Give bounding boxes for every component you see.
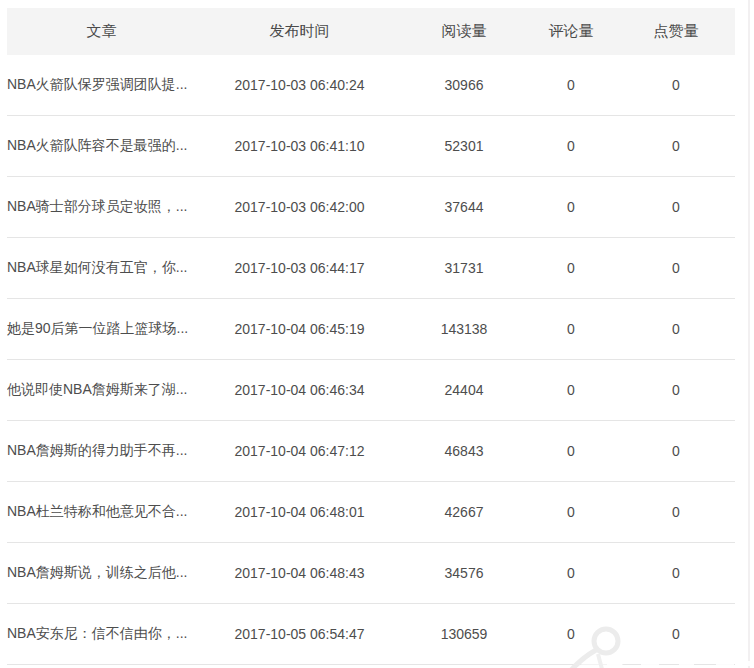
cell-comments: 0 (525, 55, 617, 116)
cell-title[interactable]: NBA杜兰特称和他意见不合... (7, 482, 196, 543)
cell-title[interactable]: NBA火箭队保罗强调团队提... (7, 55, 196, 116)
cell-comments: 0 (525, 604, 617, 665)
cell-likes: 0 (617, 543, 735, 604)
cell-likes: 0 (617, 299, 735, 360)
cell-publish_time: 2017-10-05 06:54:47 (196, 604, 403, 665)
cell-likes: 0 (617, 360, 735, 421)
cell-publish_time: 2017-10-03 06:42:00 (196, 177, 403, 238)
cell-likes: 0 (617, 421, 735, 482)
cell-likes: 0 (617, 238, 735, 299)
cell-title[interactable]: NBA骑士部分球员定妆照，... (7, 177, 196, 238)
articles-stats-table: 文章发布时间阅读量评论量点赞量 NBA火箭队保罗强调团队提...2017-10-… (7, 8, 735, 665)
cell-publish_time: 2017-10-04 06:48:01 (196, 482, 403, 543)
cell-title[interactable]: NBA火箭队阵容不是最强的... (7, 116, 196, 177)
cell-title[interactable]: 她是90后第一位踏上篮球场... (7, 299, 196, 360)
cell-publish_time: 2017-10-04 06:48:43 (196, 543, 403, 604)
cell-likes: 0 (617, 177, 735, 238)
cell-likes: 0 (617, 55, 735, 116)
column-header-publish_time: 发布时间 (196, 8, 403, 55)
cell-comments: 0 (525, 116, 617, 177)
table-row: NBA火箭队阵容不是最强的...2017-10-03 06:41:1052301… (7, 116, 735, 177)
cell-likes: 0 (617, 604, 735, 665)
table-row: NBA火箭队保罗强调团队提...2017-10-03 06:40:2430966… (7, 55, 735, 116)
cell-title[interactable]: NBA詹姆斯说，训练之后他... (7, 543, 196, 604)
header-row: 文章发布时间阅读量评论量点赞量 (7, 8, 735, 55)
cell-reads: 37644 (403, 177, 525, 238)
cell-comments: 0 (525, 299, 617, 360)
cell-likes: 0 (617, 116, 735, 177)
cell-comments: 0 (525, 360, 617, 421)
cell-reads: 130659 (403, 604, 525, 665)
cell-comments: 0 (525, 238, 617, 299)
table-header: 文章发布时间阅读量评论量点赞量 (7, 8, 735, 55)
cell-reads: 143138 (403, 299, 525, 360)
cell-comments: 0 (525, 421, 617, 482)
table-row: 他说即使NBA詹姆斯来了湖...2017-10-04 06:46:3424404… (7, 360, 735, 421)
column-header-reads: 阅读量 (403, 8, 525, 55)
cell-reads: 31731 (403, 238, 525, 299)
cell-comments: 0 (525, 543, 617, 604)
cell-publish_time: 2017-10-04 06:46:34 (196, 360, 403, 421)
table-row: NBA詹姆斯说，训练之后他...2017-10-04 06:48:4334576… (7, 543, 735, 604)
cell-title[interactable]: NBA詹姆斯的得力助手不再... (7, 421, 196, 482)
table-row: NBA詹姆斯的得力助手不再...2017-10-04 06:47:1246843… (7, 421, 735, 482)
cell-comments: 0 (525, 177, 617, 238)
cell-publish_time: 2017-10-03 06:41:10 (196, 116, 403, 177)
cell-title[interactable]: 他说即使NBA詹姆斯来了湖... (7, 360, 196, 421)
cell-reads: 52301 (403, 116, 525, 177)
cell-publish_time: 2017-10-04 06:47:12 (196, 421, 403, 482)
cell-publish_time: 2017-10-03 06:44:17 (196, 238, 403, 299)
table-row: 她是90后第一位踏上篮球场...2017-10-04 06:45:1914313… (7, 299, 735, 360)
cell-reads: 30966 (403, 55, 525, 116)
column-header-likes: 点赞量 (617, 8, 735, 55)
column-header-title: 文章 (7, 8, 196, 55)
cell-comments: 0 (525, 482, 617, 543)
cell-likes: 0 (617, 482, 735, 543)
cell-reads: 34576 (403, 543, 525, 604)
cell-reads: 24404 (403, 360, 525, 421)
cell-publish_time: 2017-10-03 06:40:24 (196, 55, 403, 116)
table-row: NBA骑士部分球员定妆照，...2017-10-03 06:42:0037644… (7, 177, 735, 238)
cell-reads: 46843 (403, 421, 525, 482)
cell-publish_time: 2017-10-04 06:45:19 (196, 299, 403, 360)
column-header-comments: 评论量 (525, 8, 617, 55)
table-row: NBA安东尼：信不信由你，...2017-10-05 06:54:4713065… (7, 604, 735, 665)
table-row: NBA杜兰特称和他意见不合...2017-10-04 06:48:0142667… (7, 482, 735, 543)
panel-right-border (748, 0, 750, 668)
cell-reads: 42667 (403, 482, 525, 543)
table-row: NBA球星如何没有五官，你...2017-10-03 06:44:1731731… (7, 238, 735, 299)
cell-title[interactable]: NBA球星如何没有五官，你... (7, 238, 196, 299)
table-body: NBA火箭队保罗强调团队提...2017-10-03 06:40:2430966… (7, 55, 735, 665)
cell-title[interactable]: NBA安东尼：信不信由你，... (7, 604, 196, 665)
